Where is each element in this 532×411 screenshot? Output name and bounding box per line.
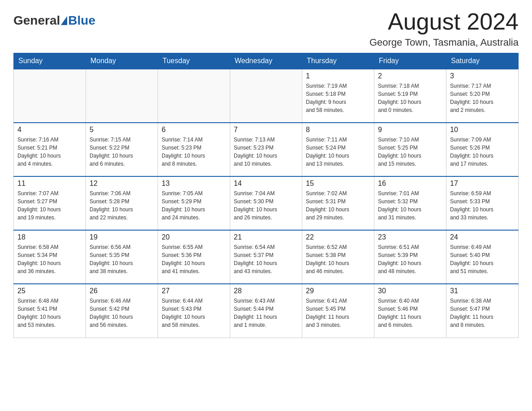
day-number: 22	[306, 233, 370, 241]
calendar-cell: 31Sunrise: 6:38 AM Sunset: 5:47 PM Dayli…	[446, 284, 519, 338]
day-info: Sunrise: 7:10 AM Sunset: 5:25 PM Dayligh…	[378, 136, 442, 168]
day-info: Sunrise: 7:16 AM Sunset: 5:21 PM Dayligh…	[17, 136, 82, 168]
day-info: Sunrise: 7:09 AM Sunset: 5:26 PM Dayligh…	[450, 136, 515, 168]
day-info: Sunrise: 6:44 AM Sunset: 5:43 PM Dayligh…	[162, 297, 226, 329]
calendar-week-row: 25Sunrise: 6:48 AM Sunset: 5:41 PM Dayli…	[14, 284, 519, 338]
day-info: Sunrise: 7:06 AM Sunset: 5:28 PM Dayligh…	[90, 189, 154, 222]
calendar-cell: 17Sunrise: 6:59 AM Sunset: 5:33 PM Dayli…	[446, 176, 519, 230]
calendar-cell: 13Sunrise: 7:05 AM Sunset: 5:29 PM Dayli…	[158, 176, 230, 230]
day-info: Sunrise: 6:58 AM Sunset: 5:34 PM Dayligh…	[17, 243, 82, 275]
day-info: Sunrise: 6:55 AM Sunset: 5:36 PM Dayligh…	[162, 243, 226, 275]
calendar-table: Sunday Monday Tuesday Wednesday Thursday…	[13, 53, 519, 338]
day-number: 28	[234, 287, 298, 295]
day-info: Sunrise: 6:49 AM Sunset: 5:40 PM Dayligh…	[450, 243, 515, 275]
day-info: Sunrise: 7:01 AM Sunset: 5:32 PM Dayligh…	[378, 189, 442, 222]
location-subtitle: George Town, Tasmania, Australia	[369, 37, 519, 48]
day-info: Sunrise: 7:07 AM Sunset: 5:27 PM Dayligh…	[17, 189, 82, 222]
day-number: 12	[90, 180, 154, 188]
calendar-cell: 26Sunrise: 6:46 AM Sunset: 5:42 PM Dayli…	[86, 284, 158, 338]
calendar-cell	[158, 69, 230, 123]
day-info: Sunrise: 6:46 AM Sunset: 5:42 PM Dayligh…	[90, 297, 154, 329]
day-info: Sunrise: 6:43 AM Sunset: 5:44 PM Dayligh…	[234, 297, 298, 329]
calendar-cell: 15Sunrise: 7:02 AM Sunset: 5:31 PM Dayli…	[302, 176, 374, 230]
calendar-cell	[230, 69, 302, 123]
calendar-cell: 18Sunrise: 6:58 AM Sunset: 5:34 PM Dayli…	[14, 230, 86, 284]
day-number: 26	[90, 287, 154, 295]
col-wednesday: Wednesday	[230, 53, 302, 69]
day-info: Sunrise: 6:48 AM Sunset: 5:41 PM Dayligh…	[17, 297, 82, 329]
day-info: Sunrise: 7:18 AM Sunset: 5:19 PM Dayligh…	[378, 82, 442, 114]
day-number: 9	[378, 126, 442, 134]
day-info: Sunrise: 7:14 AM Sunset: 5:23 PM Dayligh…	[162, 136, 226, 168]
day-number: 5	[90, 126, 154, 134]
calendar-cell: 1Sunrise: 7:19 AM Sunset: 5:18 PM Daylig…	[302, 69, 374, 123]
day-number: 30	[378, 287, 442, 295]
calendar-cell: 23Sunrise: 6:51 AM Sunset: 5:39 PM Dayli…	[374, 230, 446, 284]
title-area: August 2024 George Town, Tasmania, Austr…	[369, 9, 519, 48]
calendar-cell: 25Sunrise: 6:48 AM Sunset: 5:41 PM Dayli…	[14, 284, 86, 338]
day-number: 13	[162, 180, 226, 188]
page-header: General Blue August 2024 George Town, Ta…	[13, 9, 519, 48]
calendar-header-row: Sunday Monday Tuesday Wednesday Thursday…	[14, 53, 519, 69]
day-number: 10	[450, 126, 515, 134]
day-info: Sunrise: 7:11 AM Sunset: 5:24 PM Dayligh…	[306, 136, 370, 168]
day-number: 20	[162, 233, 226, 241]
day-number: 7	[234, 126, 298, 134]
day-number: 18	[17, 233, 82, 241]
day-info: Sunrise: 7:05 AM Sunset: 5:29 PM Dayligh…	[162, 189, 226, 222]
day-number: 19	[90, 233, 154, 241]
calendar-cell: 22Sunrise: 6:52 AM Sunset: 5:38 PM Dayli…	[302, 230, 374, 284]
calendar-cell: 7Sunrise: 7:13 AM Sunset: 5:23 PM Daylig…	[230, 123, 302, 176]
day-number: 1	[306, 72, 370, 80]
day-number: 31	[450, 287, 515, 295]
logo: General Blue	[13, 9, 95, 28]
calendar-cell: 4Sunrise: 7:16 AM Sunset: 5:21 PM Daylig…	[14, 123, 86, 176]
calendar-week-row: 18Sunrise: 6:58 AM Sunset: 5:34 PM Dayli…	[14, 230, 519, 284]
calendar-cell: 24Sunrise: 6:49 AM Sunset: 5:40 PM Dayli…	[446, 230, 519, 284]
calendar-cell: 28Sunrise: 6:43 AM Sunset: 5:44 PM Dayli…	[230, 284, 302, 338]
calendar-cell: 27Sunrise: 6:44 AM Sunset: 5:43 PM Dayli…	[158, 284, 230, 338]
col-monday: Monday	[86, 53, 158, 69]
day-info: Sunrise: 6:51 AM Sunset: 5:39 PM Dayligh…	[378, 243, 442, 275]
day-number: 8	[306, 126, 370, 134]
col-tuesday: Tuesday	[158, 53, 230, 69]
day-info: Sunrise: 7:15 AM Sunset: 5:22 PM Dayligh…	[90, 136, 154, 168]
logo-blue-text: Blue	[68, 13, 95, 28]
calendar-cell: 3Sunrise: 7:17 AM Sunset: 5:20 PM Daylig…	[446, 69, 519, 123]
col-sunday: Sunday	[14, 53, 86, 69]
col-friday: Friday	[374, 53, 446, 69]
calendar-cell: 11Sunrise: 7:07 AM Sunset: 5:27 PM Dayli…	[14, 176, 86, 230]
day-info: Sunrise: 7:17 AM Sunset: 5:20 PM Dayligh…	[450, 82, 515, 114]
calendar-week-row: 4Sunrise: 7:16 AM Sunset: 5:21 PM Daylig…	[14, 123, 519, 176]
day-info: Sunrise: 6:41 AM Sunset: 5:45 PM Dayligh…	[306, 297, 370, 329]
day-number: 16	[378, 180, 442, 188]
calendar-week-row: 11Sunrise: 7:07 AM Sunset: 5:27 PM Dayli…	[14, 176, 519, 230]
calendar-title: August 2024	[369, 9, 519, 34]
day-info: Sunrise: 7:04 AM Sunset: 5:30 PM Dayligh…	[234, 189, 298, 222]
day-info: Sunrise: 6:56 AM Sunset: 5:35 PM Dayligh…	[90, 243, 154, 275]
calendar-cell: 12Sunrise: 7:06 AM Sunset: 5:28 PM Dayli…	[86, 176, 158, 230]
day-info: Sunrise: 6:40 AM Sunset: 5:46 PM Dayligh…	[378, 297, 442, 329]
calendar-cell: 5Sunrise: 7:15 AM Sunset: 5:22 PM Daylig…	[86, 123, 158, 176]
day-number: 21	[234, 233, 298, 241]
logo-general-text: General	[13, 13, 60, 28]
day-number: 17	[450, 180, 515, 188]
day-number: 27	[162, 287, 226, 295]
calendar-cell	[86, 69, 158, 123]
day-number: 11	[17, 180, 82, 188]
day-number: 14	[234, 180, 298, 188]
day-number: 24	[450, 233, 515, 241]
day-number: 23	[378, 233, 442, 241]
calendar-cell: 19Sunrise: 6:56 AM Sunset: 5:35 PM Dayli…	[86, 230, 158, 284]
calendar-cell: 8Sunrise: 7:11 AM Sunset: 5:24 PM Daylig…	[302, 123, 374, 176]
day-info: Sunrise: 6:52 AM Sunset: 5:38 PM Dayligh…	[306, 243, 370, 275]
calendar-cell: 16Sunrise: 7:01 AM Sunset: 5:32 PM Dayli…	[374, 176, 446, 230]
calendar-week-row: 1Sunrise: 7:19 AM Sunset: 5:18 PM Daylig…	[14, 69, 519, 123]
day-number: 25	[17, 287, 82, 295]
day-info: Sunrise: 6:59 AM Sunset: 5:33 PM Dayligh…	[450, 189, 515, 222]
day-info: Sunrise: 7:02 AM Sunset: 5:31 PM Dayligh…	[306, 189, 370, 222]
calendar-cell	[14, 69, 86, 123]
calendar-cell: 9Sunrise: 7:10 AM Sunset: 5:25 PM Daylig…	[374, 123, 446, 176]
logo-triangle-icon	[61, 16, 67, 25]
calendar-cell: 29Sunrise: 6:41 AM Sunset: 5:45 PM Dayli…	[302, 284, 374, 338]
